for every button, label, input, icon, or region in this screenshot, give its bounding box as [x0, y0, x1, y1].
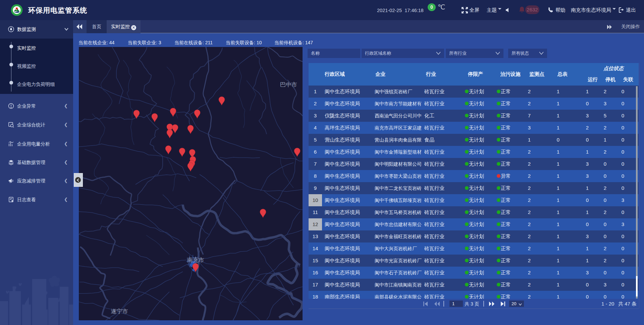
svg-text:巴中市: 巴中市: [280, 82, 297, 88]
svg-text:南充市: 南充市: [187, 257, 204, 263]
svg-text:遂宁市: 遂宁市: [111, 308, 128, 315]
